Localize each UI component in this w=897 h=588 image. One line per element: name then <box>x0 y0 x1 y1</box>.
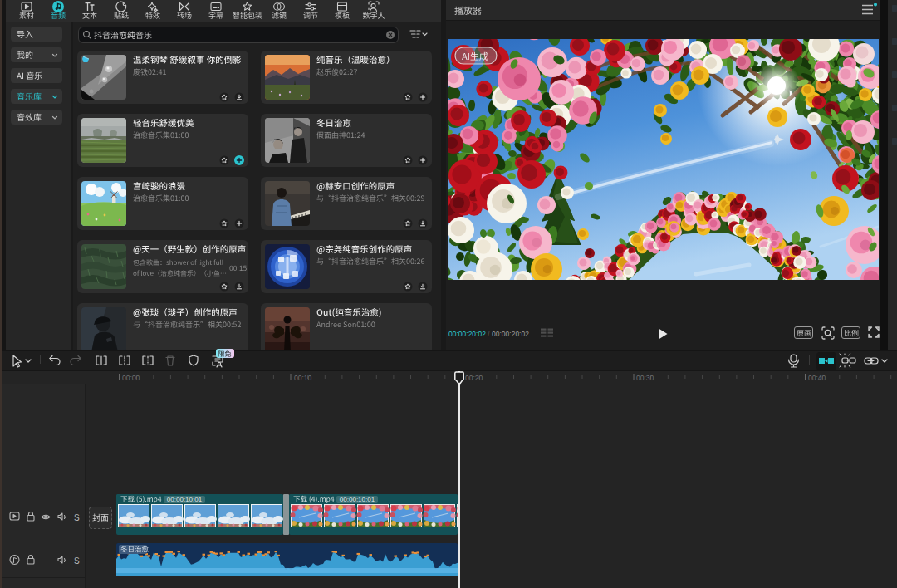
svg-text:S: S <box>74 513 80 522</box>
svg-text:S: S <box>74 556 80 566</box>
